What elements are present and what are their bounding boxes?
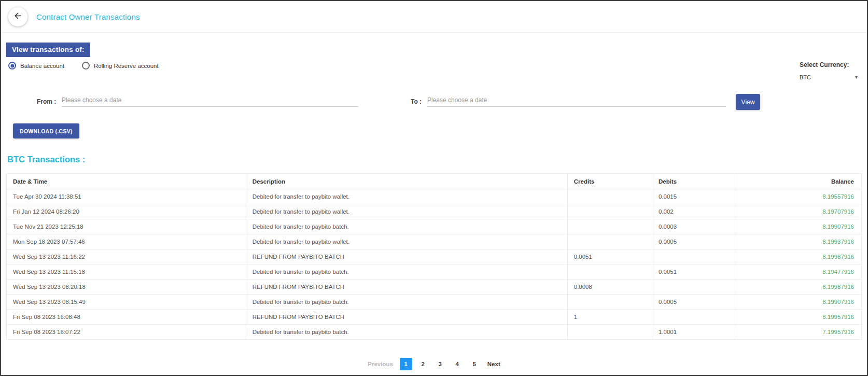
cell-date-time: Mon Sep 18 2023 07:57:46 xyxy=(7,234,246,249)
col-header-debits: Debits xyxy=(652,174,736,189)
table-row: Tue Apr 30 2024 11:38:51Debited for tran… xyxy=(7,189,862,204)
cell-balance: 8.19987916 xyxy=(736,280,861,295)
radio-unselected-icon xyxy=(82,62,90,69)
radio-balance-account-label: Balance account xyxy=(20,63,64,69)
table-row: Wed Sep 13 2023 08:20:18REFUND FROM PAYB… xyxy=(7,280,862,295)
to-date-input[interactable] xyxy=(427,93,726,107)
from-label: From : xyxy=(37,98,56,105)
radio-rolling-reserve-account[interactable]: Rolling Reserve account xyxy=(82,62,159,69)
pagination-next[interactable]: Next xyxy=(485,358,502,370)
to-label: To : xyxy=(411,98,422,105)
currency-block: Select Currency: BTC ▾ xyxy=(800,61,858,80)
cell-debits: 0.0051 xyxy=(652,264,736,280)
account-type-radio-group: Balance account Rolling Reserve account xyxy=(8,62,159,69)
cell-credits: 1 xyxy=(567,310,652,325)
cell-balance: 8.19987916 xyxy=(736,249,861,264)
cell-debits xyxy=(652,249,736,264)
cell-debits xyxy=(652,310,736,325)
view-button[interactable]: View xyxy=(736,94,760,110)
cell-date-time: Wed Sep 13 2023 11:16:22 xyxy=(7,249,246,264)
table-row: Fri Sep 08 2023 16:07:22Debited for tran… xyxy=(7,325,862,340)
page-title: Contract Owner Transactions xyxy=(36,12,140,21)
cell-balance: 8.19477916 xyxy=(736,264,861,280)
cell-date-time: Wed Sep 13 2023 08:20:18 xyxy=(7,280,246,295)
radio-rolling-reserve-label: Rolling Reserve account xyxy=(94,63,159,69)
cell-balance: 8.19907916 xyxy=(736,295,861,310)
col-header-date-time: Date & Time xyxy=(7,174,246,189)
table-row: Tue Nov 21 2023 12:25:18Debited for tran… xyxy=(7,219,862,234)
select-currency-label: Select Currency: xyxy=(800,61,858,68)
cell-balance: 8.19557916 xyxy=(736,189,861,204)
cell-balance: 8.19707916 xyxy=(736,204,861,219)
radio-balance-account[interactable]: Balance account xyxy=(8,62,64,69)
cell-balance: 8.19937916 xyxy=(736,234,861,249)
transactions-table-wrap: Date & Time Description Credits Debits B… xyxy=(6,173,862,340)
cell-date-time: Wed Sep 13 2023 11:15:18 xyxy=(7,264,246,280)
download-csv-button[interactable]: DOWNLOAD (.CSV) xyxy=(13,123,79,138)
cell-date-time: Wed Sep 13 2023 08:15:49 xyxy=(7,295,246,310)
contract-owner-transactions-page: Contract Owner Transactions View transac… xyxy=(0,0,868,376)
cell-balance: 8.19957916 xyxy=(736,310,861,325)
pagination-page-4[interactable]: 4 xyxy=(451,358,464,370)
pagination-page-3[interactable]: 3 xyxy=(434,358,446,370)
pagination-page-5[interactable]: 5 xyxy=(468,358,481,370)
cell-description: Debited for transfer to paybito batch. xyxy=(246,219,567,234)
transactions-tbody: Tue Apr 30 2024 11:38:51Debited for tran… xyxy=(7,189,862,340)
chevron-down-icon: ▾ xyxy=(855,75,858,80)
cell-date-time: Tue Nov 21 2023 12:25:18 xyxy=(7,219,246,234)
table-row: Wed Sep 13 2023 11:16:22REFUND FROM PAYB… xyxy=(7,249,862,264)
table-row: Fri Jan 12 2024 08:26:20Debited for tran… xyxy=(7,204,862,219)
topbar: Contract Owner Transactions xyxy=(1,1,867,33)
currency-dropdown[interactable]: BTC ▾ xyxy=(800,74,858,80)
table-row: Wed Sep 13 2023 11:15:18Debited for tran… xyxy=(7,264,862,280)
view-transactions-label: View transactions of: xyxy=(6,43,90,57)
pagination: Previous 12345 Next xyxy=(1,358,867,370)
col-header-balance: Balance xyxy=(736,174,861,189)
cell-credits xyxy=(567,189,652,204)
cell-debits: 0.0005 xyxy=(652,295,736,310)
cell-date-time: Fri Sep 08 2023 16:07:22 xyxy=(7,325,246,340)
cell-description: REFUND FROM PAYBITO BATCH xyxy=(246,249,567,264)
cell-debits: 0.0015 xyxy=(652,189,736,204)
cell-description: Debited for transfer to paybito batch. xyxy=(246,295,567,310)
cell-description: Debited for transfer to paybito wallet. xyxy=(246,234,567,249)
cell-description: REFUND FROM PAYBITO BATCH xyxy=(246,310,567,325)
pagination-page-1[interactable]: 1 xyxy=(400,358,412,370)
cell-credits: 0.0008 xyxy=(567,280,652,295)
pagination-pages: 12345 xyxy=(400,358,481,370)
cell-date-time: Fri Jan 12 2024 08:26:20 xyxy=(7,204,246,219)
pagination-page-2[interactable]: 2 xyxy=(417,358,429,370)
cell-debits: 0.0005 xyxy=(652,234,736,249)
cell-debits: 0.002 xyxy=(652,204,736,219)
cell-credits xyxy=(567,204,652,219)
cell-description: Debited for transfer to paybito wallet. xyxy=(246,189,567,204)
transactions-table: Date & Time Description Credits Debits B… xyxy=(6,173,862,340)
cell-description: Debited for transfer to paybito wallet. xyxy=(246,204,567,219)
cell-debits: 1.0001 xyxy=(652,325,736,340)
col-header-description: Description xyxy=(246,174,567,189)
cell-date-time: Fri Sep 08 2023 16:08:48 xyxy=(7,310,246,325)
arrow-left-icon xyxy=(13,11,23,22)
table-header-row: Date & Time Description Credits Debits B… xyxy=(7,174,862,189)
cell-credits xyxy=(567,295,652,310)
from-date-input[interactable] xyxy=(62,93,358,107)
cell-date-time: Tue Apr 30 2024 11:38:51 xyxy=(7,189,246,204)
cell-description: Debited for transfer to paybito batch. xyxy=(246,264,567,280)
cell-credits xyxy=(567,234,652,249)
radio-selected-icon xyxy=(8,62,16,69)
currency-selected-value: BTC xyxy=(800,74,811,80)
cell-balance: 8.19907916 xyxy=(736,219,861,234)
cell-credits: 0.0051 xyxy=(567,249,652,264)
back-button[interactable] xyxy=(8,7,27,26)
cell-credits xyxy=(567,264,652,280)
cell-debits: 0.0003 xyxy=(652,219,736,234)
cell-balance: 7.19957916 xyxy=(736,325,861,340)
btc-transactions-title: BTC Transactions : xyxy=(7,155,85,164)
table-row: Mon Sep 18 2023 07:57:46Debited for tran… xyxy=(7,234,862,249)
col-header-credits: Credits xyxy=(567,174,652,189)
pagination-previous[interactable]: Previous xyxy=(366,358,395,370)
cell-debits xyxy=(652,280,736,295)
cell-credits xyxy=(567,219,652,234)
cell-description: Debited for transfer to paybito batch. xyxy=(246,325,567,340)
table-row: Wed Sep 13 2023 08:15:49Debited for tran… xyxy=(7,295,862,310)
